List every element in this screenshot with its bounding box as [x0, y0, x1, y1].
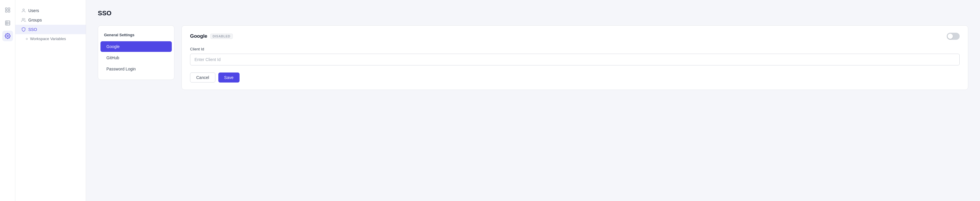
user-icon [21, 8, 26, 13]
svg-rect-0 [5, 8, 7, 10]
sidebar-item-groups[interactable]: Groups [15, 15, 86, 25]
grid-icon-button[interactable] [2, 5, 13, 15]
svg-rect-2 [5, 11, 7, 13]
main-content: SSO General Settings Google GitHub Passw… [86, 0, 980, 201]
shield-icon [21, 27, 26, 32]
workspace-variables-label: Workspace Variables [30, 37, 66, 41]
svg-point-9 [23, 9, 24, 10]
provider-toggle[interactable] [947, 33, 960, 40]
content-grid: General Settings Google GitHub Password … [98, 26, 968, 90]
menu-item-password-login[interactable]: Password Login [100, 64, 172, 74]
provider-title-group: Google DISABLED [190, 33, 233, 39]
svg-rect-4 [5, 21, 10, 26]
svg-point-10 [22, 18, 24, 20]
menu-item-google[interactable]: Google [100, 41, 172, 52]
sso-label: SSO [28, 27, 37, 32]
dot-icon [26, 38, 28, 40]
cancel-button[interactable]: Cancel [190, 72, 215, 83]
sidebar-item-sso[interactable]: SSO [15, 25, 86, 34]
groups-label: Groups [28, 18, 42, 22]
nav-sidebar: Users Groups SSO Workspace Variables [15, 0, 86, 201]
icon-sidebar [0, 0, 15, 201]
settings-section-label: General Settings [98, 30, 174, 41]
form-actions: Cancel Save [190, 72, 960, 83]
groups-icon [21, 18, 26, 22]
provider-name: Google [190, 33, 207, 39]
provider-header: Google DISABLED [190, 33, 960, 40]
client-id-label: Client Id [190, 47, 960, 51]
provider-card: Google DISABLED Client Id Cancel Save [181, 26, 968, 90]
client-id-input[interactable] [190, 54, 960, 65]
save-button[interactable]: Save [218, 72, 240, 83]
svg-point-8 [7, 35, 8, 37]
status-badge: DISABLED [210, 34, 233, 39]
sidebar-item-workspace-variables[interactable]: Workspace Variables [15, 34, 86, 43]
table-icon-button[interactable] [2, 18, 13, 28]
page-title: SSO [98, 10, 968, 17]
settings-menu-card: General Settings Google GitHub Password … [98, 26, 175, 80]
users-label: Users [28, 8, 39, 13]
svg-rect-1 [8, 8, 10, 10]
svg-rect-3 [8, 11, 10, 13]
settings-icon-button[interactable] [2, 31, 13, 41]
sidebar-item-users[interactable]: Users [15, 6, 86, 15]
menu-item-github[interactable]: GitHub [100, 53, 172, 63]
